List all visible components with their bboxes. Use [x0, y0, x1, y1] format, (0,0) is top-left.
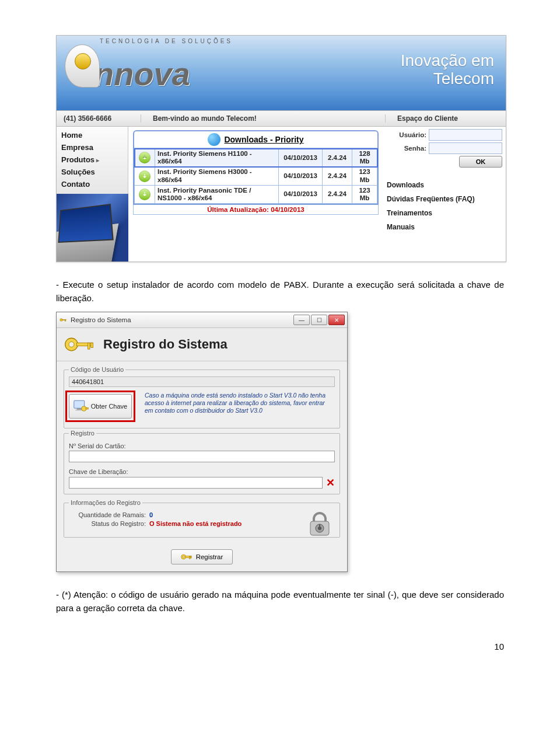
- logo: TECNOLOGIA DE SOLUÇÕES nnova: [65, 38, 233, 88]
- nav-menu: Home Empresa Produtos Soluções Contato: [57, 127, 128, 194]
- download-arrow-icon: [139, 170, 150, 182]
- svg-point-4: [69, 342, 74, 347]
- download-date: 04/10/2013: [279, 149, 323, 167]
- serial-input[interactable]: [69, 451, 335, 462]
- svg-rect-21: [190, 556, 191, 558]
- logo-word: nnova: [65, 44, 233, 88]
- ramais-value: 0: [149, 511, 153, 518]
- welcome-text: Bem-vindo ao mundo Telecom!: [141, 114, 386, 123]
- svg-rect-6: [88, 343, 90, 349]
- group-registro: Registro Nº Serial do Cartão: Chave de L…: [64, 430, 340, 494]
- ramais-label: Quantidade de Ramais:: [69, 511, 149, 518]
- logo-i-swoosh-icon: [65, 44, 100, 88]
- lock-icon: [306, 510, 334, 538]
- page-number: 10: [56, 642, 504, 651]
- downloads-title: Downloads - Priority: [134, 131, 377, 148]
- group-info-legend: Informações do Registro: [69, 499, 142, 506]
- download-version: 2.4.24: [323, 149, 352, 167]
- close-button[interactable]: ✕: [328, 315, 345, 325]
- monitor-key-icon: [74, 400, 89, 413]
- group-registro-legend: Registro: [69, 430, 96, 437]
- dialog-title-text: Registro do Sistema: [71, 316, 290, 323]
- minimize-button[interactable]: —: [293, 315, 310, 325]
- group-user-code-legend: Código de Usuário: [69, 366, 125, 373]
- serial-label: Nº Serial do Cartão:: [69, 442, 335, 449]
- download-size: 123 Mb: [352, 167, 377, 185]
- dialog-header-title: Registro do Sistema: [103, 337, 228, 352]
- download-size: 128 Mb: [352, 149, 377, 167]
- nav-home[interactable]: Home: [61, 129, 128, 141]
- nav-empresa[interactable]: Empresa: [61, 141, 128, 154]
- phone-text: (41) 3566-6666: [57, 114, 141, 123]
- side-links: Downloads Dúvidas Freqüentes (FAQ) Trein…: [387, 178, 502, 234]
- dialog-titlebar: Registro do Sistema — ☐ ✕: [57, 312, 347, 328]
- download-arrow-icon: [139, 152, 150, 163]
- login-user-label: Usuário:: [396, 131, 426, 138]
- invalid-x-icon: ✕: [326, 476, 335, 489]
- maximize-button[interactable]: ☐: [311, 315, 327, 325]
- downloads-box: Downloads - Priority Inst. Priority Siem…: [133, 130, 379, 205]
- key-icon: [59, 316, 67, 324]
- login-pass-label: Senha:: [396, 145, 426, 152]
- registrar-button[interactable]: Registrar: [171, 549, 233, 564]
- dialog-header: Registro do Sistema: [57, 328, 347, 361]
- obter-chave-button[interactable]: Obter Chave: [69, 394, 132, 419]
- download-arrow-icon: [139, 189, 150, 200]
- group-info: Informações do Registro Quantidade de Ra…: [64, 499, 340, 538]
- paragraph-setup: - Execute o setup instalador de acordo c…: [56, 278, 504, 305]
- svg-rect-12: [86, 407, 88, 409]
- svg-rect-2: [65, 319, 66, 321]
- laptop-globe-image: [57, 194, 128, 262]
- status-label: Status do Registro:: [69, 520, 149, 527]
- download-row[interactable]: Inst. Priority Panasonic TDE / NS1000 - …: [135, 185, 377, 203]
- link-faq[interactable]: Dúvidas Freqüentes (FAQ): [387, 192, 502, 206]
- svg-point-15: [318, 527, 321, 530]
- banner-slogan: Inovação em Telecom: [401, 52, 494, 88]
- chave-label: Chave de Liberação:: [69, 468, 335, 475]
- key-icon: [181, 553, 192, 561]
- downloads-table: Inst. Priority Siemens H1100 - x86/x64 0…: [134, 148, 377, 204]
- download-name: Inst. Priority Panasonic TDE / NS1000 - …: [155, 185, 279, 203]
- obter-hint-text: Caso a máquina onde está sendo instalado…: [145, 391, 335, 414]
- login-user-input[interactable]: [429, 129, 502, 141]
- group-user-code: Código de Usuário Obter Chave Caso a máq…: [64, 366, 340, 428]
- svg-point-18: [183, 556, 184, 557]
- download-date: 04/10/2013: [279, 167, 323, 185]
- download-row[interactable]: Inst. Priority Siemens H3000 - x86/x64 0…: [135, 167, 377, 185]
- client-area-label: Espaço do Cliente: [386, 114, 506, 123]
- obter-highlight-box: Obter Chave: [65, 391, 135, 422]
- globe-icon: [208, 133, 220, 146]
- svg-rect-9: [77, 409, 82, 410]
- download-version: 2.4.24: [323, 185, 352, 203]
- link-downloads[interactable]: Downloads: [387, 178, 502, 192]
- key-icon: [64, 334, 95, 355]
- link-treinamentos[interactable]: Treinamentos: [387, 206, 502, 220]
- website-screenshot: TECNOLOGIA DE SOLUÇÕES nnova Inovação em…: [56, 35, 506, 262]
- link-manuais[interactable]: Manuais: [387, 220, 502, 234]
- nav-produtos[interactable]: Produtos: [61, 154, 128, 166]
- downloads-last-update: Última Atualização: 04/10/2013: [133, 205, 379, 215]
- login-ok-button[interactable]: OK: [459, 156, 502, 168]
- svg-rect-20: [189, 556, 190, 559]
- download-name: Inst. Priority Siemens H3000 - x86/x64: [155, 167, 279, 185]
- chave-input[interactable]: [69, 477, 323, 489]
- status-value: O Sistema não está registrado: [149, 520, 242, 527]
- download-name: Inst. Priority Siemens H1100 - x86/x64: [155, 149, 279, 167]
- download-row[interactable]: Inst. Priority Siemens H1100 - x86/x64 0…: [135, 149, 377, 167]
- download-size: 123 Mb: [352, 185, 377, 203]
- nav-contato[interactable]: Contato: [61, 178, 128, 190]
- nav-solucoes[interactable]: Soluções: [61, 166, 128, 178]
- site-banner: TECNOLOGIA DE SOLUÇÕES nnova Inovação em…: [57, 36, 506, 110]
- paragraph-atencao: - (*) Atenção: o código de usuário gerad…: [56, 588, 504, 615]
- user-code-field: [69, 377, 335, 387]
- download-version: 2.4.24: [323, 167, 352, 185]
- logo-tagline: TECNOLOGIA DE SOLUÇÕES: [100, 38, 233, 44]
- registro-dialog: Registro do Sistema — ☐ ✕ Registro do Si…: [56, 312, 348, 572]
- download-date: 04/10/2013: [279, 185, 323, 203]
- svg-rect-7: [91, 343, 93, 347]
- login-pass-input[interactable]: [429, 142, 502, 154]
- sub-bar: (41) 3566-6666 Bem-vindo ao mundo Teleco…: [57, 110, 506, 127]
